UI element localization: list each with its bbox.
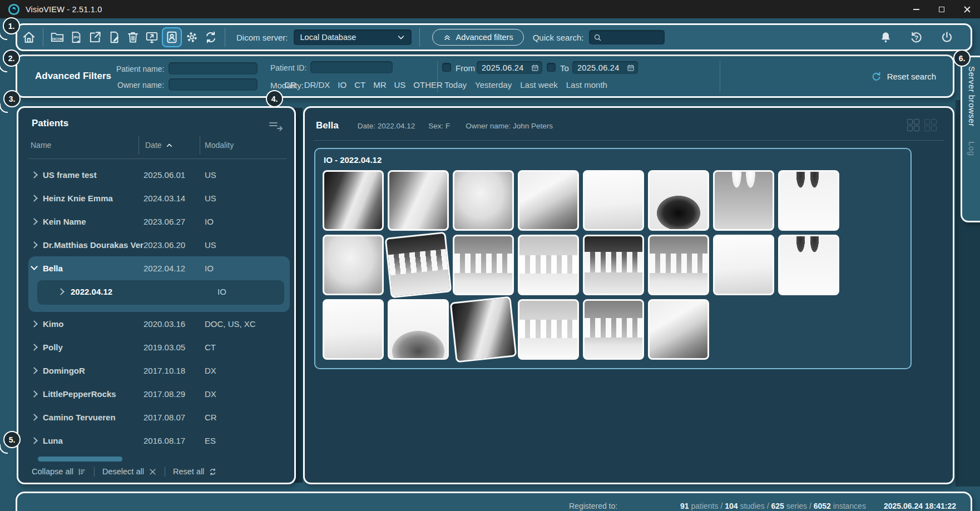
transfer-to-viewer-button[interactable] [268,118,284,132]
open-dicom-button[interactable]: DICOM [48,27,66,47]
column-header-date[interactable]: Date [138,136,200,155]
maximize-button[interactable] [929,0,954,18]
patient-name-input[interactable] [169,62,258,75]
modality-option[interactable]: DR/DX [304,80,330,90]
chevron-icon[interactable] [31,343,39,351]
quick-range-option[interactable]: Last week [520,80,558,90]
settings-button[interactable] [183,27,201,47]
reset-all-button[interactable]: Reset all [165,467,225,476]
xray-thumbnail[interactable] [388,299,449,360]
quick-range-option[interactable]: Yesterday [475,80,512,90]
xray-thumbnail[interactable] [518,170,579,231]
patient-row[interactable]: Luna 2016.08.17 ES [18,429,294,452]
deselect-all-button[interactable]: Deselect all [95,467,165,476]
delete-button[interactable] [124,27,142,47]
tab-log[interactable]: Log [967,141,977,156]
xray-thumbnail[interactable] [323,299,384,360]
chevron-icon[interactable] [57,287,66,296]
xray-thumbnail[interactable] [388,170,449,231]
modality-option[interactable]: OTHER [413,80,443,90]
minimize-button[interactable] [903,0,929,18]
xray-thumbnail[interactable] [648,170,709,231]
chevron-icon[interactable] [31,389,39,398]
patient-row[interactable]: LittlePepperRocks 2017.08.29 DX [18,382,294,405]
chevron-icon[interactable] [31,366,39,375]
xray-thumbnail[interactable] [385,232,452,299]
to-date-field[interactable]: 2025.06.24 [572,61,638,74]
chevron-icon[interactable] [31,170,39,179]
patient-row[interactable]: Bella 2022.04.12 IO [28,256,290,280]
reset-search-button[interactable]: Reset search [870,56,936,96]
from-date-field[interactable]: 2025.06.24 [477,61,542,74]
column-header-name[interactable]: Name [31,136,138,155]
patient-row[interactable]: Kein Name 2023.06.27 IO [18,210,294,233]
home-button[interactable] [20,27,38,47]
import-jpg-button[interactable]: JPG [67,27,85,47]
column-header-modality[interactable]: Modality [200,136,294,155]
collapse-all-button[interactable]: Collapse all [31,467,94,476]
help-icon[interactable]: ? [909,31,923,44]
modality-option[interactable]: CR [284,80,296,90]
xray-thumbnail[interactable] [713,235,774,295]
chevron-icon[interactable] [31,413,39,421]
xray-thumbnail[interactable] [583,299,644,360]
chevron-icon[interactable] [31,217,39,226]
chevron-icon[interactable] [31,240,39,249]
modality-value: US [205,240,294,250]
to-checkbox[interactable] [547,63,556,72]
from-checkbox[interactable] [442,63,451,72]
quick-range-option[interactable]: Today [444,80,467,90]
send-to-display-button[interactable] [143,27,161,47]
xray-thumbnail[interactable] [778,235,839,295]
dicom-server-select[interactable]: Local Database [294,29,412,45]
xray-thumbnail[interactable] [518,299,579,360]
patient-row[interactable]: Dr.Matthias Dourakas Ver 2023.06.20 US [18,233,294,256]
patient-row[interactable]: 2022.04.12 IO [28,280,290,312]
xray-thumbnail[interactable] [450,296,517,363]
notifications-bell-icon[interactable] [879,31,893,44]
chevron-icon[interactable] [31,264,39,272]
xray-thumbnail[interactable] [648,299,709,360]
patient-row[interactable]: Kimo 2020.03.16 DOC, US, XC [18,312,294,335]
patient-row[interactable]: Heinz Knie Emma 2024.03.14 US [18,186,294,210]
annotation-3: 3. [3,90,21,107]
xray-thumbnail[interactable] [453,170,514,231]
xray-thumbnail[interactable] [778,170,839,231]
export-button[interactable] [86,27,104,47]
xray-thumbnail[interactable] [453,235,514,295]
owner-name-input[interactable] [169,78,258,91]
quick-range-option[interactable]: Last month [566,80,607,90]
modality-option[interactable]: IO [338,80,347,90]
patient-row[interactable]: DomingoR 2017.10.18 DX [18,359,294,382]
power-icon[interactable] [940,31,954,44]
xray-thumbnail[interactable] [583,235,644,295]
xray-thumbnail[interactable] [583,170,644,231]
patient-id-input[interactable] [310,61,393,73]
edit-study-button[interactable] [105,27,123,47]
xray-thumbnail[interactable] [713,170,774,231]
xray-thumbnail[interactable] [648,235,709,295]
patient-row[interactable]: Camino Tervueren 2017.08.07 CR [18,405,294,429]
refresh-button[interactable] [202,27,220,47]
chevron-icon[interactable] [31,194,39,202]
chevron-icon[interactable] [31,319,39,328]
advanced-filters-button[interactable]: Advanced filters [432,29,524,46]
tab-server-browser[interactable]: Server browser [967,66,977,127]
patient-row[interactable]: US frame test 2025.06.01 US [18,163,294,186]
chevron-icon[interactable] [31,436,39,445]
dicom-server-label: Dicom server: [236,33,288,42]
horizontal-scrollbar[interactable] [38,457,122,462]
modality-option[interactable]: US [394,80,406,90]
xray-thumbnail[interactable] [323,235,384,295]
modality-option[interactable]: CT [354,80,365,90]
xray-thumbnail[interactable] [518,235,579,295]
patient-row[interactable]: Polly 2019.03.05 CT [18,335,294,359]
modality-option[interactable]: MR [373,80,386,90]
grid-view-icon[interactable] [907,119,920,132]
grid-view-alt-icon[interactable] [924,119,937,132]
xray-thumbnail[interactable] [323,170,384,231]
advanced-filters-panel: Advanced Filters Patient name: Owner nam… [16,54,954,98]
quick-search-input[interactable] [605,33,660,42]
patient-browser-button[interactable] [162,27,182,47]
close-button[interactable] [954,0,980,18]
